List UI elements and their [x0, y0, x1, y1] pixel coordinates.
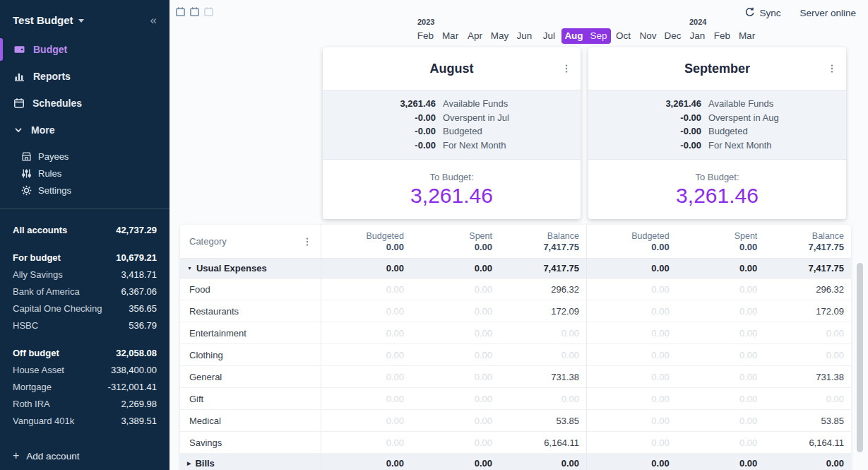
spent-cell[interactable]: 0.00 — [675, 372, 763, 382]
month-strip-jul[interactable]: Jul — [537, 28, 561, 44]
account-row[interactable]: Ally Savings3,418.71 — [13, 266, 157, 283]
month-strip-feb[interactable]: Feb — [710, 28, 735, 44]
budgeted-cell[interactable]: 0.00 — [587, 328, 675, 339]
month-strip-may[interactable]: May — [487, 28, 512, 44]
spent-cell[interactable]: 0.00 — [410, 328, 498, 339]
spent-cell[interactable]: 0.00 — [410, 416, 498, 426]
spent-cell[interactable]: 0.00 — [675, 416, 763, 426]
all-accounts-row[interactable]: All accounts42,737.29 — [13, 221, 157, 238]
budgeted-cell[interactable]: 0.00 — [587, 437, 675, 448]
add-account-button[interactable]: + Add account — [13, 450, 79, 462]
budget-switcher[interactable]: Test Budget — [13, 14, 84, 26]
spent-cell[interactable]: 0.00 — [410, 284, 498, 295]
balance-cell[interactable]: 6,164.11 — [498, 437, 586, 448]
spent-cell[interactable]: 0.00 — [410, 437, 498, 448]
group-name-cell[interactable]: ▼Usual Expenses — [180, 259, 321, 278]
to-budget-value[interactable]: 3,261.46 — [676, 184, 759, 208]
budgeted-cell[interactable]: 0.00 — [321, 394, 410, 404]
month-strip-apr[interactable]: Apr — [463, 28, 487, 44]
spent-cell[interactable]: 0.00 — [410, 306, 498, 317]
month-strip-jun[interactable]: Jun — [512, 28, 537, 44]
account-row[interactable]: Vanguard 401k3,389.51 — [13, 412, 157, 429]
month-strip-dec[interactable]: Dec — [660, 28, 685, 44]
category-name-cell[interactable]: General — [180, 366, 321, 387]
account-row[interactable]: Roth IRA2,269.98 — [13, 395, 157, 412]
budgeted-cell[interactable]: 0.00 — [321, 350, 410, 360]
sidebar-item-more[interactable]: More — [0, 117, 170, 143]
balance-cell[interactable]: 296.32 — [763, 284, 851, 295]
balance-cell[interactable]: 0.00 — [763, 394, 851, 404]
budgeted-cell[interactable]: 0.00 — [321, 328, 410, 339]
spent-cell[interactable]: 0.00 — [675, 306, 763, 317]
budgeted-cell[interactable]: 0.00 — [321, 416, 410, 426]
balance-cell[interactable]: 6,164.11 — [763, 437, 851, 448]
calendar-three-months-icon[interactable] — [203, 6, 214, 17]
sidebar-item-schedules[interactable]: Schedules — [0, 90, 170, 117]
dots-vertical-icon[interactable] — [302, 236, 312, 247]
category-name-cell[interactable]: Medical — [180, 410, 321, 431]
sidebar-item-rules[interactable]: Rules — [0, 165, 170, 182]
budgeted-cell[interactable]: 0.00 — [321, 306, 410, 317]
account-row[interactable]: Bank of America6,367.06 — [13, 283, 157, 300]
spent-cell[interactable]: 0.00 — [410, 394, 498, 404]
month-strip-mar[interactable]: Mar — [735, 28, 759, 44]
balance-cell[interactable]: 53.85 — [763, 416, 851, 426]
spent-cell[interactable]: 0.00 — [675, 394, 763, 404]
balance-cell[interactable]: 731.38 — [763, 372, 851, 382]
budgeted-cell[interactable]: 0.00 — [321, 284, 410, 295]
for-budget-row[interactable]: For budget10,679.21 — [13, 249, 157, 266]
month-strip-aug[interactable]: Aug — [561, 28, 586, 44]
sidebar-item-reports[interactable]: Reports — [0, 63, 170, 90]
category-name-cell[interactable]: Clothing — [180, 344, 321, 365]
group-name-cell[interactable]: ▶Bills — [180, 454, 321, 470]
to-budget-value[interactable]: 3,261.46 — [410, 184, 493, 208]
scrollbar-thumb[interactable] — [857, 263, 863, 452]
balance-cell[interactable]: 53.85 — [498, 416, 586, 426]
account-row[interactable]: House Asset338,400.00 — [13, 361, 157, 378]
balance-cell[interactable]: 0.00 — [763, 350, 851, 360]
month-strip-feb[interactable]: Feb — [413, 28, 438, 44]
category-name-cell[interactable]: Restaurants — [180, 300, 321, 322]
collapse-sidebar-button[interactable]: « — [150, 14, 157, 26]
sidebar-item-settings[interactable]: Settings — [0, 182, 170, 199]
budgeted-cell[interactable]: 0.00 — [587, 306, 675, 317]
budgeted-cell[interactable]: 0.00 — [587, 350, 675, 360]
budgeted-cell[interactable]: 0.00 — [587, 394, 675, 404]
month-strip-oct[interactable]: Oct — [611, 28, 636, 44]
budgeted-cell[interactable]: 0.00 — [587, 372, 675, 382]
balance-cell[interactable]: 296.32 — [498, 284, 586, 295]
month-strip-nov[interactable]: Nov — [636, 28, 660, 44]
budgeted-cell[interactable]: 0.00 — [587, 416, 675, 426]
month-strip-jan[interactable]: Jan — [685, 28, 710, 44]
balance-cell[interactable]: 0.00 — [763, 328, 851, 339]
dots-vertical-icon[interactable] — [827, 63, 837, 74]
budgeted-cell[interactable]: 0.00 — [321, 437, 410, 448]
calendar-one-month-icon[interactable] — [175, 6, 186, 17]
month-strip-mar[interactable]: Mar — [438, 28, 463, 44]
spent-cell[interactable]: 0.00 — [410, 372, 498, 382]
balance-cell[interactable]: 0.00 — [498, 328, 586, 339]
sidebar-item-payees[interactable]: Payees — [0, 148, 170, 165]
dots-vertical-icon[interactable] — [561, 63, 571, 74]
balance-cell[interactable]: 731.38 — [498, 372, 586, 382]
month-strip-sep[interactable]: Sep — [586, 28, 611, 44]
budgeted-cell[interactable]: 0.00 — [321, 372, 410, 382]
spent-cell[interactable]: 0.00 — [675, 284, 763, 295]
category-name-cell[interactable]: Gift — [180, 388, 321, 409]
account-row[interactable]: Mortgage-312,001.41 — [13, 378, 157, 395]
sidebar-item-budget[interactable]: Budget — [0, 36, 170, 63]
balance-cell[interactable]: 0.00 — [498, 394, 586, 404]
spent-cell[interactable]: 0.00 — [675, 437, 763, 448]
budgeted-cell[interactable]: 0.00 — [587, 284, 675, 295]
category-name-cell[interactable]: Food — [180, 278, 321, 300]
category-name-cell[interactable]: Savings — [180, 432, 321, 453]
spent-cell[interactable]: 0.00 — [675, 328, 763, 339]
balance-cell[interactable]: 172.09 — [763, 306, 851, 317]
category-name-cell[interactable]: Entertainment — [180, 322, 321, 343]
off-budget-row[interactable]: Off budget32,058.08 — [13, 344, 157, 361]
spent-cell[interactable]: 0.00 — [675, 350, 763, 360]
calendar-two-months-icon[interactable] — [189, 6, 200, 17]
server-status[interactable]: Server online — [799, 8, 856, 18]
spent-cell[interactable]: 0.00 — [410, 350, 498, 360]
account-row[interactable]: HSBC536.79 — [13, 317, 157, 334]
